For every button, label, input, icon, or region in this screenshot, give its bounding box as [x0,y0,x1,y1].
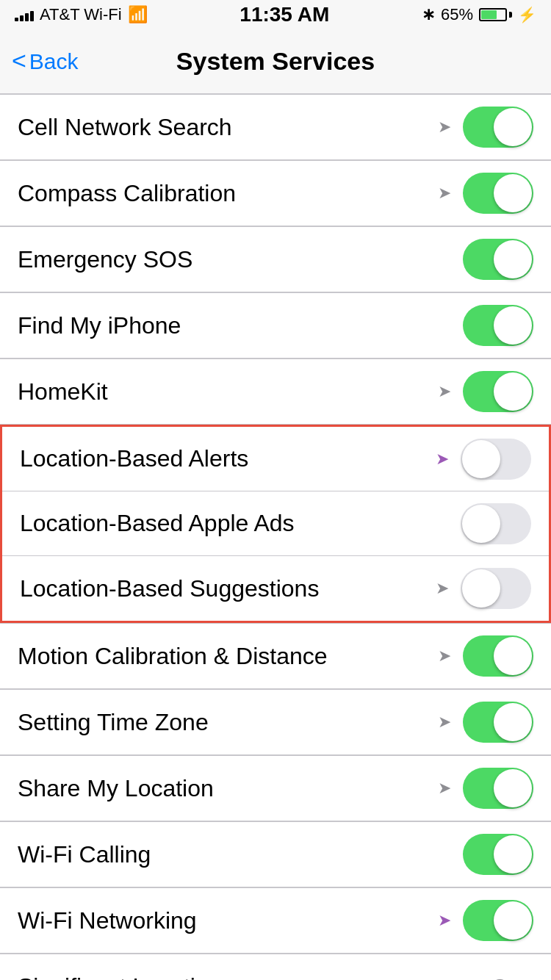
signal-bars [15,8,34,21]
status-bar: AT&T Wi-Fi 📶 11:35 AM ∗ 65% ⚡ [0,0,551,29]
wifi-icon: 📶 [128,5,148,24]
toggle-share-my-location[interactable] [463,768,533,809]
list-item[interactable]: Location-Based Apple Ads [2,491,549,556]
item-label-compass-calibration: Compass Calibration [18,180,236,207]
toggle-location-based-apple-ads[interactable] [461,503,531,544]
item-label-wifi-networking: Wi-Fi Networking [18,907,197,934]
section-find-my-iphone: Find My iPhone [0,292,551,359]
list-item[interactable]: Motion Calibration & Distance ➤ [0,624,551,688]
list-item[interactable]: HomeKit ➤ [0,359,551,424]
list-item[interactable]: Setting Time Zone ➤ [0,690,551,754]
location-arrow-icon: ➤ [438,779,451,798]
location-arrow-icon: ➤ [438,118,451,137]
navigation-bar: < Back System Services [0,29,551,94]
status-left: AT&T Wi-Fi 📶 [15,5,148,24]
time-display: 11:35 AM [240,3,329,26]
list-item[interactable]: Emergency SOS [0,227,551,292]
chevron-right-icon: › [527,975,533,980]
section-wifi-calling: Wi-Fi Calling [0,821,551,887]
carrier-label: AT&T Wi-Fi [40,5,122,24]
list-item[interactable]: Compass Calibration ➤ [0,161,551,226]
toggle-setting-time-zone[interactable] [463,702,533,743]
list-item[interactable]: Location-Based Alerts ➤ [2,427,549,491]
toggle-motion-calibration[interactable] [463,635,533,677]
list-item[interactable]: Cell Network Search ➤ [0,95,551,159]
item-label-setting-time-zone: Setting Time Zone [18,709,209,736]
toggle-homekit[interactable] [463,371,533,412]
toggle-wifi-calling[interactable] [463,834,533,875]
toggle-wifi-networking[interactable] [463,900,533,941]
section-cell-network: Cell Network Search ➤ [0,94,551,160]
item-label-homekit: HomeKit [18,378,108,406]
item-label-location-based-apple-ads: Location-Based Apple Ads [20,510,295,537]
battery-icon [479,8,512,21]
section-share-my-location: Share My Location ➤ [0,755,551,821]
settings-list: Cell Network Search ➤ Compass Calibratio… [0,94,551,980]
significant-locations-value: On [491,974,521,980]
status-right: ∗ 65% ⚡ [422,5,536,24]
page-title: System Services [176,47,375,76]
item-label-share-my-location: Share My Location [18,775,214,802]
toggle-cell-network-search[interactable] [463,107,533,148]
item-label-wifi-calling: Wi-Fi Calling [18,841,151,868]
list-item[interactable]: Find My iPhone [0,293,551,358]
charging-icon: ⚡ [518,6,536,24]
section-compass: Compass Calibration ➤ [0,160,551,226]
toggle-find-my-iphone[interactable] [463,305,533,346]
location-arrow-icon: ➤ [438,713,451,732]
list-item[interactable]: Location-Based Suggestions ➤ [2,556,549,621]
location-arrow-icon: ➤ [436,579,449,598]
section-setting-time-zone: Setting Time Zone ➤ [0,689,551,755]
location-arrow-purple-icon: ➤ [436,450,449,469]
back-label[interactable]: Back [29,49,79,74]
item-label-location-based-suggestions: Location-Based Suggestions [20,575,319,602]
list-item[interactable]: Significant Locations ➤ On › [0,954,551,980]
section-motion-calibration: Motion Calibration & Distance ➤ [0,623,551,689]
item-label-find-my-iphone: Find My iPhone [18,312,181,339]
list-item[interactable]: Share My Location ➤ [0,756,551,821]
location-arrow-icon: ➤ [438,382,451,401]
item-label-cell-network-search: Cell Network Search [18,114,232,141]
back-button[interactable]: < Back [12,48,79,75]
item-label-motion-calibration: Motion Calibration & Distance [18,643,328,670]
battery-percent: 65% [441,5,473,24]
section-location-based: Location-Based Alerts ➤ Location-Based A… [0,425,551,623]
item-label-location-based-alerts: Location-Based Alerts [20,445,248,472]
toggle-location-based-suggestions[interactable] [461,568,531,609]
item-label-significant-locations: Significant Locations [18,973,234,981]
location-arrow-icon: ➤ [438,184,451,203]
bluetooth-icon: ∗ [422,5,435,24]
item-label-emergency-sos: Emergency SOS [18,246,192,273]
section-emergency-sos: Emergency SOS [0,226,551,292]
location-arrow-icon: ➤ [438,646,451,666]
location-arrow-purple-icon: ➤ [472,977,486,980]
location-arrow-purple-icon: ➤ [438,911,451,930]
section-homekit: HomeKit ➤ [0,359,551,425]
back-chevron-icon: < [12,46,26,75]
toggle-location-based-alerts[interactable] [461,439,531,480]
list-item[interactable]: Wi-Fi Networking ➤ [0,888,551,953]
toggle-compass-calibration[interactable] [463,173,533,214]
section-significant-locations: Significant Locations ➤ On › [0,954,551,980]
toggle-emergency-sos[interactable] [463,239,533,280]
list-item[interactable]: Wi-Fi Calling [0,822,551,887]
section-wifi-networking: Wi-Fi Networking ➤ [0,887,551,954]
